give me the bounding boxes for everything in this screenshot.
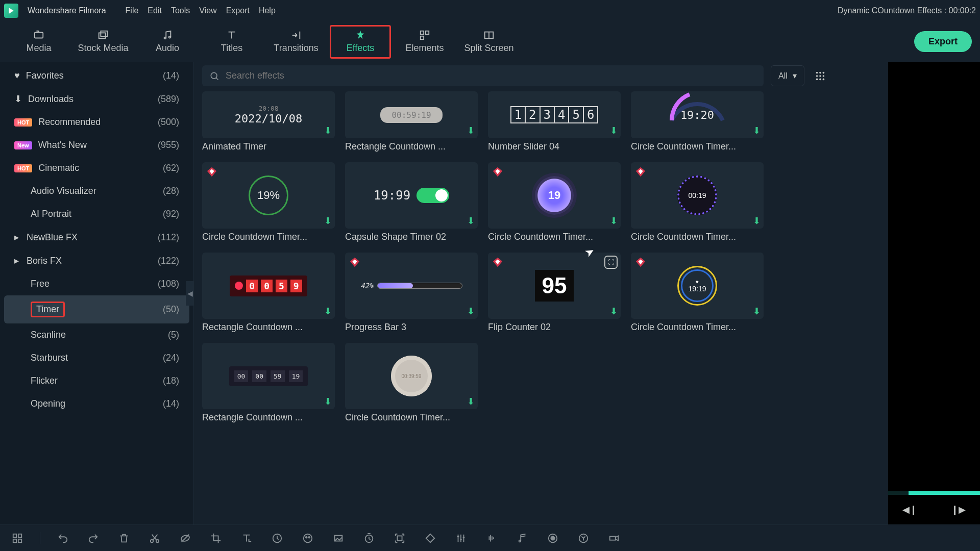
greenscreen-icon[interactable] [330,530,347,546]
next-frame-button[interactable]: ❙▶ [951,504,966,515]
effect-thumbnail[interactable]: 95⛶➤⬇ [488,253,621,319]
menu-view[interactable]: View [199,6,216,15]
audio-wave-icon[interactable] [483,530,500,546]
menu-help[interactable]: Help [259,6,276,15]
record-icon[interactable] [545,530,561,546]
redo-icon[interactable] [85,530,102,546]
effect-thumbnail[interactable]: 19:99⬇ [345,162,478,229]
download-icon[interactable]: ⬇ [324,125,332,136]
speed-icon[interactable] [269,530,285,546]
effect-thumbnail[interactable]: ♥19:19⬇ [631,253,764,319]
download-icon[interactable]: ⬇ [324,306,332,317]
menu-edit[interactable]: Edit [148,6,162,15]
download-icon[interactable]: ⬇ [753,306,761,317]
preview-icon[interactable]: ⛶ [604,256,618,269]
effect-thumbnail[interactable]: 0059⬇ [202,253,335,319]
effect-thumbnail[interactable]: 42%⬇ [345,253,478,319]
sidebar-item-cinematic[interactable]: HOTCinematic(62) [4,157,189,180]
tab-transitions[interactable]: Transitions [265,25,327,59]
download-icon[interactable]: ⬇ [324,396,332,407]
download-icon[interactable]: ⬇ [324,215,332,227]
download-icon[interactable]: ⬇ [467,306,475,317]
search-box[interactable] [202,65,764,86]
marker-icon[interactable] [177,530,193,546]
download-icon[interactable]: ⬇ [610,125,618,136]
duration-icon[interactable] [361,530,377,546]
sidebar-item-what-s-new[interactable]: NewWhat's New(955) [4,134,189,157]
preview-progress[interactable] [888,491,980,495]
effect-card[interactable]: 00:39:59⬇Circle Countdown Timer... [345,343,478,423]
effect-thumbnail[interactable]: 123456⬇ [488,91,621,138]
effect-thumbnail[interactable]: 00:59:19⬇ [345,91,478,138]
adjust-icon[interactable] [453,530,469,546]
tab-titles[interactable]: Titles [201,25,262,59]
text-icon[interactable] [238,530,255,546]
download-icon[interactable]: ⬇ [610,306,618,317]
download-icon[interactable]: ⬇ [467,396,475,407]
sidebar-item-recommended[interactable]: HOTRecommended(500) [4,111,189,134]
sidebar-item-favorites[interactable]: ♥Favorites(14) [4,64,189,87]
grid-view-toggle[interactable] [812,67,829,85]
sidebar-item-newblue-fx[interactable]: ▸NewBlue FX(112) [4,226,189,249]
sidebar-item-starburst[interactable]: Starburst(24) [4,346,189,369]
color-icon[interactable] [300,530,316,546]
effect-thumbnail[interactable]: 19⬇ [488,162,621,229]
effect-card[interactable]: 19:20⬇Circle Countdown Timer... [631,91,764,152]
sidebar-item-opening[interactable]: Opening(14) [4,392,189,415]
effect-thumbnail[interactable]: 00:19⬇ [631,162,764,229]
effect-thumbnail[interactable]: 19%⬇ [202,162,335,229]
menu-file[interactable]: File [126,6,139,15]
download-icon[interactable]: ⬇ [467,125,475,136]
undo-icon[interactable] [55,530,71,546]
sidebar-item-flicker[interactable]: Flicker(18) [4,369,189,392]
layout-icon[interactable] [9,530,26,546]
effect-card[interactable]: 00005919⬇Rectangle Countdown ... [202,343,335,423]
prev-frame-button[interactable]: ◀❙ [902,504,917,515]
effect-card[interactable]: 42%⬇Progress Bar 3 [345,253,478,333]
download-icon[interactable]: ⬇ [610,215,618,227]
download-icon[interactable]: ⬇ [467,215,475,227]
keyframe-icon[interactable] [422,530,438,546]
tab-audio[interactable]: Audio [137,25,198,59]
cut-icon[interactable] [146,530,163,546]
sidebar-item-downloads[interactable]: ⬇Downloads(589) [4,87,189,111]
effect-card[interactable]: 19⬇Circle Countdown Timer... [488,162,621,242]
effect-card[interactable]: 00:19⬇Circle Countdown Timer... [631,162,764,242]
audio-detach-icon[interactable] [514,530,530,546]
tab-split-screen[interactable]: Split Screen [458,25,520,59]
effect-card[interactable]: 0059⬇Rectangle Countdown ... [202,253,335,333]
tab-stock-media[interactable]: Stock Media [72,25,134,59]
effect-card[interactable]: 95⛶➤⬇Flip Counter 02 [488,253,621,333]
effect-card[interactable]: 00:59:19⬇Rectangle Countdown ... [345,91,478,152]
sidebar-item-timer[interactable]: Timer(50) [4,295,189,323]
download-icon[interactable]: ⬇ [753,125,761,136]
effect-card[interactable]: 123456⬇Number Slider 04 [488,91,621,152]
effect-thumbnail[interactable]: 20:082022/10/08⬇ [202,91,335,138]
sidebar-item-scanline[interactable]: Scanline(5) [4,323,189,346]
delete-icon[interactable] [116,530,132,546]
effect-card[interactable]: 20:082022/10/08⬇Animated Timer [202,91,335,152]
sidebar-item-audio-visualizer[interactable]: Audio Visualizer(28) [4,180,189,203]
effect-thumbnail[interactable]: 19:20⬇ [631,91,764,138]
tab-effects[interactable]: Effects [330,25,391,59]
menu-export[interactable]: Export [226,6,250,15]
effect-thumbnail[interactable]: 00005919⬇ [202,343,335,409]
sidebar-item-free[interactable]: Free(108) [4,272,189,295]
tab-elements[interactable]: Elements [394,25,455,59]
filter-dropdown[interactable]: All ▾ [771,65,804,86]
crop-icon[interactable] [208,530,224,546]
menu-tools[interactable]: Tools [171,6,190,15]
effect-card[interactable]: 19%⬇Circle Countdown Timer... [202,162,335,242]
tab-media[interactable]: Media [8,25,69,59]
download-icon[interactable]: ⬇ [753,215,761,227]
snap-icon[interactable] [606,530,622,546]
search-input[interactable] [226,70,756,81]
render-icon[interactable] [575,530,592,546]
export-button[interactable]: Export [914,31,972,52]
effect-thumbnail[interactable]: 00:39:59⬇ [345,343,478,409]
effect-card[interactable]: ♥19:19⬇Circle Countdown Timer... [631,253,764,333]
effect-card[interactable]: 19:99⬇Capsule Shape Timer 02 [345,162,478,242]
sidebar-item-ai-portrait[interactable]: AI Portrait(92) [4,203,189,226]
sidebar-item-boris-fx[interactable]: ▸Boris FX(122) [4,249,189,272]
sidebar-collapse-handle[interactable]: ◀ [186,281,194,306]
